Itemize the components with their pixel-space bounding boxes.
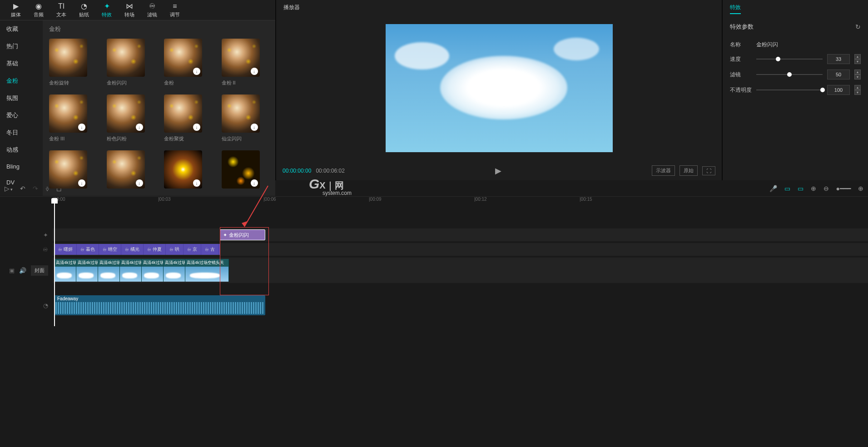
undo-button[interactable]: ↶	[20, 185, 25, 192]
step-down[interactable]: ▼	[854, 90, 861, 95]
slider-track[interactable]	[756, 89, 823, 90]
step-down[interactable]: ▼	[854, 74, 861, 79]
filter-segment[interactable]: ♾哄	[166, 244, 184, 255]
effect-label: 金粉旋转	[49, 79, 97, 86]
slider-input[interactable]	[827, 70, 850, 79]
nav-tab-0[interactable]: ▶媒体	[5, 0, 27, 20]
category-item-8[interactable]: Bling	[0, 159, 43, 174]
ruler-mark: |00:03	[158, 197, 171, 202]
filter-icon: ♾	[187, 247, 191, 252]
category-item-7[interactable]: 动感	[0, 141, 43, 159]
grid-title: 金粉	[49, 25, 269, 33]
download-icon: ↓	[78, 179, 85, 187]
fx-track-icon: ✦	[43, 232, 48, 238]
filter-segment[interactable]: ♾京	[184, 244, 201, 255]
filter-segment[interactable]: ♾橘光	[121, 244, 144, 255]
slider-input[interactable]	[827, 54, 850, 64]
player-panel: 播放器 00:00:00:00 00:00:06:02 ▶ 示波器 原始 ⛶	[276, 0, 723, 180]
video-clip[interactable]: 高清4k过场空	[164, 259, 185, 282]
effect-card-5[interactable]: ↓粉色闪粉	[107, 94, 154, 142]
zoom-in-button[interactable]: ⊕	[858, 185, 863, 192]
effect-card-3[interactable]: ↓金粉 II	[222, 39, 269, 86]
category-item-2[interactable]: 基础	[0, 55, 43, 72]
magnet-track-button[interactable]: ▭	[798, 185, 804, 192]
step-up[interactable]: ▲	[854, 54, 861, 59]
filter-segment[interactable]: ♾暮色	[77, 244, 99, 255]
effect-thumb: ↓	[107, 94, 145, 133]
select-tool[interactable]: ▷▾	[5, 185, 13, 192]
video-track-lock-icon[interactable]: ▣	[9, 267, 15, 274]
play-button[interactable]: ▶	[349, 166, 647, 176]
nav-tab-icon: TI	[58, 2, 64, 10]
slider-track[interactable]	[756, 59, 823, 60]
align-button[interactable]: ⊕	[811, 185, 816, 192]
effect-label: 金粉	[164, 79, 212, 86]
mic-button[interactable]: 🎤	[769, 185, 777, 192]
scope-button[interactable]: 示波器	[652, 165, 675, 176]
category-item-0[interactable]: 收藏	[0, 20, 43, 38]
zoom-slider[interactable]: ●━━━	[836, 185, 851, 192]
effect-card-1[interactable]: 金粉闪闪	[107, 39, 154, 86]
category-item-1[interactable]: 热门	[0, 38, 43, 55]
video-clip[interactable]: 高清4k过场空	[120, 259, 142, 282]
audio-track[interactable]: Fadeaway	[53, 294, 868, 317]
fx-tab[interactable]: 特效	[730, 4, 741, 14]
filter-track-icon: ♾	[43, 246, 48, 253]
split-button[interactable]: ⎀	[45, 185, 49, 192]
effect-track[interactable]: ✦ 金粉闪闪	[53, 228, 868, 241]
effect-label: 金粉聚拢	[164, 135, 212, 142]
original-button[interactable]: 原始	[680, 165, 698, 176]
nav-tab-3[interactable]: ◔贴纸	[73, 0, 95, 20]
filter-segment[interactable]: ♾晴空	[99, 244, 121, 255]
nav-tab-label: 文本	[56, 11, 66, 18]
category-item-4[interactable]: 氛围	[0, 89, 43, 107]
effect-card-7[interactable]: ↓仙尘闪闪	[222, 94, 269, 142]
preview-viewport[interactable]	[386, 24, 613, 152]
effect-card-4[interactable]: ↓金粉 III	[49, 94, 97, 142]
effect-card-0[interactable]: 金粉旋转	[49, 39, 97, 86]
nav-tab-5[interactable]: ⋈转场	[118, 0, 141, 20]
effect-clip[interactable]: ✦ 金粉闪闪	[220, 229, 265, 240]
filter-segment[interactable]: ♾曙妍	[55, 244, 77, 255]
slider-track[interactable]	[756, 74, 823, 75]
player-title: 播放器	[276, 0, 722, 15]
cover-button[interactable]: 封面	[31, 265, 48, 276]
download-icon: ↓	[193, 179, 200, 187]
filter-segment[interactable]: ♾古	[201, 244, 219, 255]
fullscreen-button[interactable]: ⛶	[702, 166, 715, 175]
video-clip[interactable]: 高清4k过场空	[55, 259, 76, 282]
nav-tab-label: 调节	[170, 11, 180, 18]
effect-thumb: ↓	[222, 150, 260, 189]
magnet-main-button[interactable]: ▭	[784, 185, 790, 192]
reset-button[interactable]: ↻	[855, 23, 861, 30]
nav-tab-4[interactable]: ✦特效	[95, 0, 118, 20]
effect-thumb: ↓	[222, 94, 260, 133]
video-track-mute-icon[interactable]: 🔊	[19, 267, 26, 274]
category-item-5[interactable]: 爱心	[0, 107, 43, 124]
video-clip[interactable]: 高清4k过场空	[98, 259, 120, 282]
effect-card-6[interactable]: ↓金粉聚拢	[164, 94, 212, 142]
category-item-6[interactable]: 冬日	[0, 124, 43, 141]
slider-input[interactable]	[827, 85, 850, 95]
video-clip[interactable]: 高清4k过场空	[76, 259, 98, 282]
redo-button[interactable]: ↷	[33, 185, 38, 192]
step-down[interactable]: ▼	[854, 59, 861, 64]
zoom-out-button[interactable]: ⊖	[823, 185, 829, 192]
step-up[interactable]: ▲	[854, 70, 861, 74]
audio-clip[interactable]: Fadeaway	[55, 295, 265, 315]
nav-tab-6[interactable]: ♾滤镜	[141, 0, 164, 20]
nav-tab-7[interactable]: ≡调节	[164, 0, 186, 20]
category-sidebar: 收藏热门基础金粉氛围爱心冬日动感BlingDV	[0, 20, 43, 196]
nav-tab-2[interactable]: TI文本	[50, 0, 73, 20]
playhead[interactable]	[54, 199, 55, 326]
nav-tab-1[interactable]: ◉音频	[27, 0, 50, 20]
effect-card-2[interactable]: ↓金粉	[164, 39, 212, 86]
video-clip[interactable]: 高清4k过场空	[142, 259, 164, 282]
timeline-ruler[interactable]: |00:00|00:03|00:06|00:09|00:12|00:15	[53, 197, 868, 206]
video-track[interactable]: 高清4k过场空高清4k过场空高清4k过场空高清4k过场空高清4k过场空高清4k过…	[53, 258, 868, 283]
step-up[interactable]: ▲	[854, 85, 861, 90]
filter-segment[interactable]: ♾仲夏	[144, 244, 166, 255]
video-clip[interactable]: 高清4k过场空镜头天	[185, 259, 229, 282]
filter-track[interactable]: ♾曙妍♾暮色♾晴空♾橘光♾仲夏♾哄♾京♾古	[53, 243, 868, 256]
category-item-3[interactable]: 金粉	[0, 72, 43, 89]
